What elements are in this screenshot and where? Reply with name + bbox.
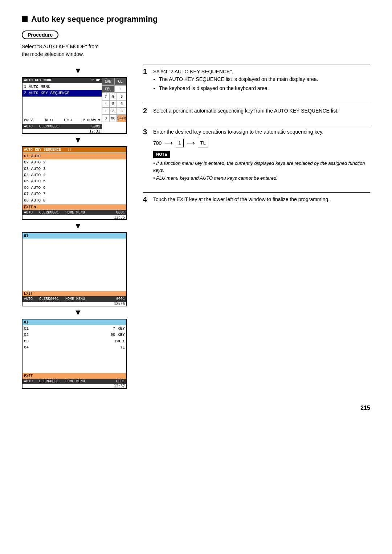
- step-1: 1 Select "2 AUTO KEY SEQUENCE". The AUTO…: [143, 65, 370, 94]
- screen-4: 01 017 KEY 0200 KEY 03DO 1 04TL EXIT AUT…: [22, 319, 127, 389]
- step-2: 2 Select a pertinent automatic sequencin…: [143, 104, 370, 115]
- title-square-icon: [22, 16, 28, 22]
- page-title: Auto key sequence programming: [22, 15, 370, 24]
- step-1-number: 1: [143, 68, 150, 75]
- screen-1: AUTO KEY MODE P UP 1 AUTO MENU 2 AUTO KE…: [22, 77, 127, 134]
- arrow-down-1: ▼: [22, 66, 134, 76]
- steps-column: 1 Select "2 AUTO KEY SEQUENCE". The AUTO…: [143, 65, 370, 390]
- step-3-number: 3: [143, 128, 150, 135]
- procedure-badge: Procedure: [22, 30, 58, 39]
- intro-text: Select "8 AUTO KEY MODE" from the mode s…: [22, 43, 370, 58]
- note-label: NOTE: [153, 151, 170, 158]
- screen-3: 01 EXIT AUTO CLERK0001 HOME MENU 0001 12…: [22, 232, 127, 306]
- screen2-header: AUTO KEY SEQUENCE ↓↑: [23, 147, 126, 152]
- screen1-header: AUTO KEY MODE P UP: [23, 78, 102, 83]
- screen1-row-2-selected: 2 AUTO KEY SEQUENCE: [23, 90, 102, 96]
- arrow-down-2: ▼: [22, 135, 134, 145]
- step-4: 4 Touch the EXIT key at the lower left o…: [143, 192, 370, 203]
- step-3: 3 Enter the desired key operations to as…: [143, 125, 370, 182]
- step-3-text: Enter the desired key operations to assi…: [153, 128, 370, 182]
- screen1-footer: AUTO CLERK0001 0001: [23, 124, 102, 129]
- screens-column: ▼ AUTO KEY MODE P UP 1 AUTO MENU 2 AUTO …: [22, 65, 134, 390]
- screen3-footer: AUTO CLERK0001 HOME MENU 0001: [23, 296, 126, 302]
- screen2-footer: AUTO CLERK0001 HOME MENU 0001: [23, 210, 126, 215]
- arrow-down-3: ▼: [22, 221, 134, 231]
- formula-line: 700 ⟶ 1 ⟶ TL: [153, 139, 370, 147]
- note-section: NOTE • If a function menu key is entered…: [153, 150, 370, 182]
- step-4-text: Touch the EXIT key at the lower left of …: [153, 196, 330, 203]
- arrow-down-4: ▼: [22, 308, 134, 317]
- screen2-row-1: 01 AUTO: [23, 153, 126, 159]
- page-number: 215: [22, 405, 370, 411]
- step-4-number: 4: [143, 196, 150, 203]
- step-2-number: 2: [143, 107, 150, 114]
- screen4-footer: AUTO CLERK0001 HOME MENU 0001: [23, 379, 126, 384]
- title-text: Auto key sequence programming: [31, 15, 158, 24]
- screen1-row-1: 1 AUTO MENU: [23, 84, 102, 90]
- step-1-text: Select "2 AUTO KEY SEQUENCE". The AUTO K…: [153, 68, 318, 94]
- screen-2: AUTO KEY SEQUENCE ↓↑ 01 AUTO 02 AUTO 2 0…: [22, 146, 127, 220]
- step-2-text: Select a pertinent automatic sequencing …: [153, 107, 339, 115]
